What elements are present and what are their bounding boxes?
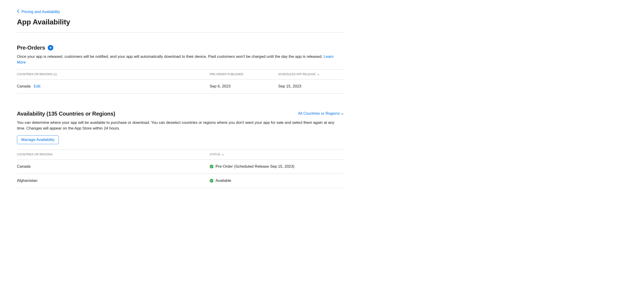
availability-section: Availability (135 Countries or Regions) … [17,110,344,188]
plus-icon [49,46,52,49]
availability-header-status[interactable]: Status [210,150,344,160]
manage-availability-button[interactable]: Manage Availability [17,135,59,144]
breadcrumb-label: Pricing and Availability [22,9,60,15]
preorders-description: Once your app is released, customers wil… [17,54,344,65]
sort-caret-up-icon [318,72,319,76]
preorders-section: Pre-Orders Once your app is released, cu… [17,44,344,94]
availability-table: Countries or Regions Status Canada [17,150,344,188]
preorders-header-published[interactable]: Pre-Order Published [210,70,278,79]
preorders-table: Countries or Regions (1) Pre-Order Publi… [17,69,344,94]
availability-status-text: Available [216,178,232,184]
chevron-down-icon [341,111,344,116]
availability-header-countries[interactable]: Countries or Regions [17,150,210,160]
availability-status-text: Pre-Order (Scheduled Release Sep 15, 202… [216,164,294,170]
preorders-release-date: Sep 15, 2023 [278,79,344,93]
sort-caret-up-icon [222,153,224,157]
breadcrumb-back[interactable]: Pricing and Availability [17,9,60,15]
preorders-country: Canada [17,84,31,89]
availability-description: You can determine where your app will be… [17,120,344,131]
preorders-title: Pre-Orders [17,44,45,52]
check-circle-icon [210,165,213,168]
add-preorder-button[interactable] [48,45,53,50]
edit-preorder-link[interactable]: Edit [34,84,40,89]
availability-country: Afghanistan [17,174,210,188]
chevron-left-icon [17,9,19,15]
availability-title: Availability (135 Countries or Regions) [17,110,115,118]
page-title: App Availability [17,17,344,33]
availability-country: Canada [17,159,210,174]
check-circle-icon [210,179,213,183]
region-filter-dropdown[interactable]: All Countries or Regions [298,111,344,116]
preorders-header-release[interactable]: Scheduled App Release [278,70,344,79]
availability-row: Canada Pre-Order (Scheduled Release Sep … [17,159,344,174]
preorders-header-countries[interactable]: Countries or Regions (1) [17,70,210,79]
availability-row: Afghanistan Available [17,174,344,188]
page-container: Pricing and Availability App Availabilit… [0,0,360,213]
preorders-row: Canada Edit Sep 6, 2023 Sep 15, 2023 [17,79,344,93]
preorders-published-date: Sep 6, 2023 [210,79,278,93]
